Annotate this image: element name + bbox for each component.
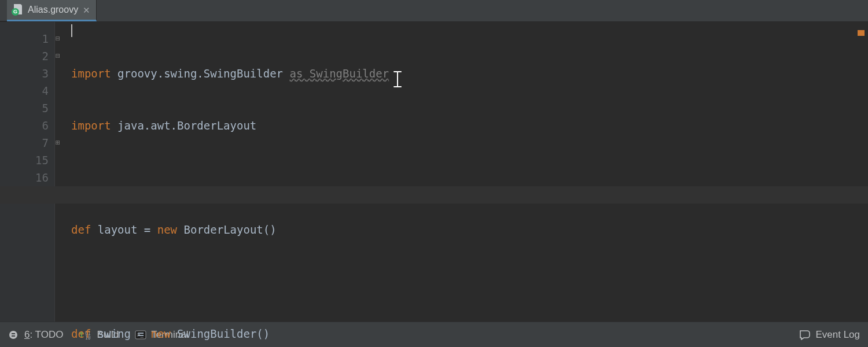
line-number: 4 [0,82,49,99]
fold-spacer [55,65,69,82]
line-number: 5 [0,99,49,117]
fold-gutter[interactable]: ⊟ ⊟ ⊞ [55,22,69,322]
fold-toggle-icon[interactable]: ⊟ [55,47,69,65]
code-line[interactable] [71,273,868,290]
line-number: 6 [0,117,49,134]
svg-rect-2 [12,335,15,337]
line-number: 15 [0,152,49,169]
text-caret [71,24,72,37]
line-number: 2 [0,47,49,65]
editor-tab-alias-groovy[interactable]: G Alias.groovy ✕ [7,0,97,21]
groovy-file-icon: G [12,4,23,16]
svg-point-0 [9,331,17,339]
code-line[interactable]: def swing = new SwingBuilder() [71,325,868,342]
line-number: 1 [0,30,49,47]
code-line[interactable]: import java.awt.BorderLayout [71,117,868,134]
code-editor[interactable]: 1 2 3 4 5 6 7 15 16 17 ⊟ ⊟ ⊞ import groo… [0,22,868,322]
close-tab-icon[interactable]: ✕ [83,6,90,14]
error-stripe-marker[interactable] [858,30,865,36]
fold-toggle-icon[interactable]: ⊟ [55,30,69,47]
fold-spacer [55,117,69,134]
line-number: 3 [0,65,49,82]
fold-expand-icon[interactable]: ⊞ [55,134,69,152]
svg-rect-1 [12,333,15,334]
fold-spacer [55,99,69,117]
code-line[interactable]: import groovy.swing.SwingBuilder as Swin… [71,65,868,82]
code-line[interactable] [71,169,868,186]
line-number-gutter[interactable]: 1 2 3 4 5 6 7 15 16 17 [0,22,55,322]
tab-bar-spacer [0,0,7,21]
editor-tab-label: Alias.groovy [28,5,78,15]
code-line[interactable]: def layout = new BorderLayout() [71,221,868,238]
line-number: 17 [0,186,49,204]
todo-icon [8,330,20,340]
line-number: 16 [0,169,49,186]
todo-tool-window-button[interactable]: 6: TODO [0,322,71,347]
code-area[interactable]: import groovy.swing.SwingBuilder as Swin… [69,22,868,322]
editor-tab-bar: G Alias.groovy ✕ [0,0,868,22]
line-number: 7 [0,134,49,152]
todo-label: : TODO [30,329,63,340]
fold-spacer [55,82,69,99]
